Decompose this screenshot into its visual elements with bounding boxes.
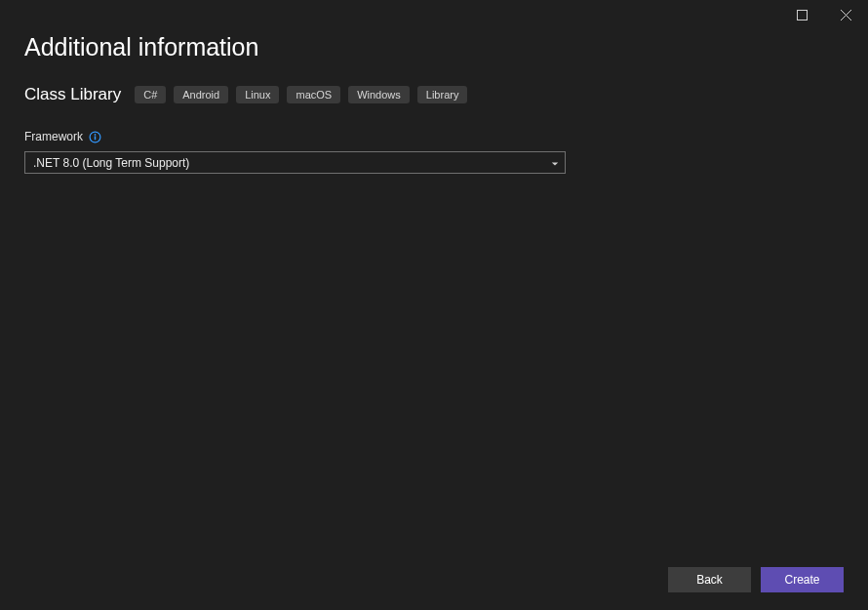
maximize-icon [797, 10, 808, 20]
svg-rect-5 [95, 136, 96, 140]
tag-macos: macOS [287, 86, 340, 103]
close-button[interactable] [824, 0, 868, 29]
back-button[interactable]: Back [668, 567, 751, 592]
chevron-down-icon [551, 154, 559, 172]
tag-csharp: C# [135, 86, 166, 103]
tag-android: Android [174, 86, 228, 103]
svg-rect-0 [798, 10, 808, 20]
maximize-button[interactable] [780, 0, 824, 29]
framework-combobox[interactable]: .NET 8.0 (Long Term Support) [24, 151, 566, 174]
svg-point-4 [95, 134, 97, 136]
tag-windows: Windows [348, 86, 410, 103]
framework-selected-value: .NET 8.0 (Long Term Support) [33, 156, 189, 170]
page-title: Additional information [24, 33, 844, 61]
close-icon [841, 10, 851, 20]
framework-label: Framework [24, 130, 83, 143]
tag-linux: Linux [236, 86, 279, 103]
tag-library: Library [417, 86, 468, 103]
info-icon[interactable] [89, 131, 101, 143]
project-tags: C# Android Linux macOS Windows Library [135, 86, 467, 103]
project-type-title: Class Library [24, 85, 121, 104]
svg-marker-6 [552, 162, 558, 165]
create-button[interactable]: Create [761, 567, 844, 592]
